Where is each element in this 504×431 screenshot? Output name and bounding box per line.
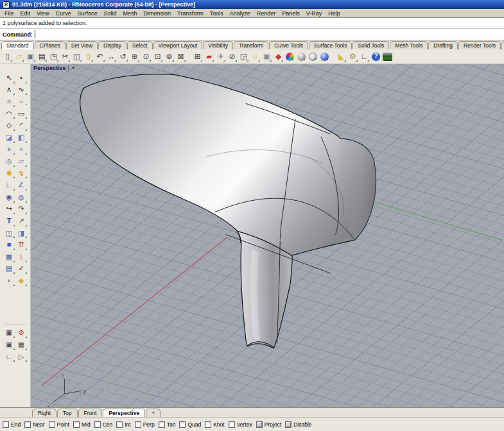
toolbar-button[interactable] [331, 51, 335, 62]
array-icon[interactable]: ▦ [3, 251, 15, 263]
zoom-window-icon[interactable]: ⊡ [152, 51, 163, 62]
vray-axis-icon[interactable]: ∟ [3, 351, 15, 363]
copy-icon[interactable]: ◫ [71, 51, 82, 62]
osnap-checkbox[interactable] [49, 421, 55, 428]
menu-item[interactable]: Mesh [119, 10, 140, 17]
viewport-tab[interactable]: Front [78, 409, 103, 417]
command-input[interactable] [35, 30, 504, 38]
toolbar-tab[interactable]: Render Tools [458, 41, 501, 49]
torus-icon[interactable]: ◎ [3, 155, 15, 167]
osnap-checkbox[interactable] [285, 421, 291, 428]
single-point-icon[interactable]: • [15, 72, 28, 84]
vray-render-icon[interactable]: ▣ [3, 327, 15, 339]
ghosted-sphere-icon[interactable] [309, 53, 317, 61]
fillet-flower-icon[interactable]: ✱ [3, 167, 15, 180]
blend-curve-icon[interactable]: ↷ [15, 203, 28, 216]
menu-item[interactable]: Tools [207, 10, 227, 17]
viewport-title[interactable]: Perspective | ▼ [33, 65, 75, 71]
shaded-sphere-icon[interactable] [297, 53, 306, 61]
toolbar-tab[interactable]: Drafting [428, 41, 458, 49]
rotate-view-icon[interactable]: ↺ [117, 51, 128, 62]
toolbar-tab[interactable]: Standard [1, 41, 34, 49]
fillet-edge-icon[interactable]: ∟ [3, 179, 15, 191]
osnap-checkbox[interactable] [73, 421, 80, 428]
toolbar-tab[interactable]: Curve Tools [269, 41, 308, 49]
toolbar-tab[interactable]: Set View [66, 41, 98, 49]
render-icon[interactable]: ◆ [273, 51, 284, 62]
osnap-toggle[interactable]: Point [49, 421, 69, 428]
osnap-toggle[interactable]: Cen [94, 421, 113, 428]
cut-icon[interactable]: ✂ [60, 51, 71, 62]
osnap-toggle[interactable]: Int [116, 421, 130, 428]
osnap-checkbox[interactable] [205, 421, 211, 428]
paste-icon[interactable]: ▯ [83, 51, 94, 62]
polyline-icon[interactable]: ∧ [3, 84, 15, 96]
osnap-toggle[interactable]: Vertex [229, 421, 252, 428]
osnap-checkbox[interactable] [135, 421, 141, 428]
toolbar-tab[interactable]: Solid Tools [352, 41, 389, 49]
osnap-checkbox[interactable] [179, 421, 186, 428]
vray-options-icon[interactable]: ▦ [15, 339, 28, 351]
ellipse-icon[interactable]: ○ [15, 98, 28, 106]
four-view-icon[interactable]: ⊞ [192, 51, 203, 62]
vray-stop-icon[interactable]: ⊘ [15, 327, 28, 339]
viewport-tab[interactable]: Right [32, 409, 56, 417]
save-icon[interactable]: ▣ [25, 51, 36, 62]
color-wheel-icon[interactable] [286, 53, 294, 61]
osnap-checkbox[interactable] [24, 421, 31, 428]
menu-item[interactable]: Dimension [140, 10, 174, 17]
arc-icon[interactable]: ◠ [3, 108, 15, 120]
chamfer-icon[interactable]: ∠ [15, 179, 28, 191]
toolbar-tab[interactable]: Mesh Tools [390, 41, 428, 49]
zoom-extents-icon[interactable]: ⊠ [175, 51, 186, 62]
box-icon[interactable]: ■ [3, 239, 15, 251]
car-icon[interactable]: ▰ [204, 51, 214, 62]
menu-item[interactable]: Panels [279, 10, 303, 17]
toolbar-tab[interactable]: New in V5 [501, 41, 504, 49]
menu-item[interactable]: Curve [52, 10, 74, 17]
osnap-toggle[interactable]: End [3, 421, 21, 428]
patch-surface-icon[interactable]: ◆ [15, 275, 28, 287]
boolean-union-icon[interactable]: ◉ [3, 191, 15, 203]
export-icon[interactable]: ◳ [48, 51, 59, 62]
toolbar-tab[interactable]: Visibility [203, 41, 233, 49]
menu-item[interactable]: V-Ray [303, 10, 326, 17]
sphere-icon[interactable]: ● [3, 144, 15, 156]
menu-item[interactable]: Edit [17, 10, 34, 17]
toolbar-tab[interactable]: Surface Tools [309, 41, 352, 49]
open-folder-icon[interactable]: ▱ [13, 51, 24, 62]
copy-surface-icon[interactable]: ◨ [15, 227, 28, 239]
rounded-curve-icon[interactable]: ◜ [15, 119, 28, 131]
viewport-menu-arrow-icon[interactable]: ▼ [71, 66, 75, 70]
ruler-icon[interactable]: ◣ [336, 51, 347, 62]
menu-item[interactable]: Help [325, 10, 343, 17]
polygon-icon[interactable]: ◇ [3, 119, 15, 131]
menu-item[interactable]: Transform [174, 10, 207, 17]
undo-icon[interactable]: ↶ [94, 51, 105, 62]
toolbar-tab[interactable]: Transform [234, 41, 268, 49]
osnap-toggle[interactable]: Perp [135, 421, 155, 428]
explode-icon[interactable]: ↯ [15, 167, 28, 180]
circle-icon[interactable]: ○ [3, 96, 15, 108]
osnap-toggle[interactable]: Tan [159, 421, 176, 428]
toolbar-tab[interactable]: Select [127, 41, 153, 49]
light-icon[interactable]: ☼ [250, 51, 261, 62]
surface-patch-icon[interactable]: ◪ [3, 131, 15, 144]
move-icon[interactable]: ↗ [15, 215, 28, 227]
scale1d-icon[interactable]: ↕ [15, 251, 28, 263]
print-icon[interactable]: ▤ [37, 51, 48, 62]
perspective-viewport[interactable]: Perspective | ▼ [31, 64, 504, 407]
osnap-checkbox[interactable] [256, 421, 263, 428]
vray-flag-icon[interactable]: ▷ [15, 351, 28, 363]
osnap-toggle[interactable]: Near [24, 421, 44, 428]
toolbar-tab[interactable]: Viewport Layout [153, 41, 203, 49]
help-icon[interactable]: ? [372, 53, 380, 61]
new-file-icon[interactable]: ▯ [2, 51, 13, 62]
rectangle-icon[interactable]: ▭ [15, 108, 28, 120]
block-icon[interactable]: ◫ [3, 227, 15, 239]
menu-item[interactable]: Surface [74, 10, 100, 17]
menu-item[interactable]: Solid [100, 10, 119, 17]
plane-map-icon[interactable]: ✈ [215, 51, 226, 62]
toolbar-button[interactable] [187, 51, 191, 62]
gear-icon[interactable]: ⚙ [347, 51, 358, 62]
